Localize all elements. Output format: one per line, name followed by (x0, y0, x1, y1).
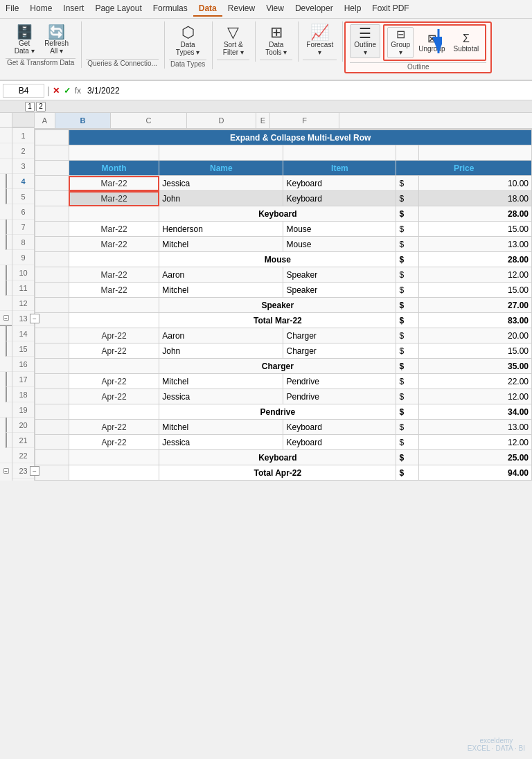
cell-a12[interactable] (35, 298, 69, 313)
cell-f20[interactable]: 13.00 (419, 420, 532, 435)
cell-f17[interactable]: 22.00 (419, 374, 532, 389)
cell-c17[interactable]: Mitchel (159, 374, 283, 389)
insert-function-icon[interactable]: fx (75, 86, 81, 96)
cell-e12[interactable]: $ (396, 298, 419, 313)
cell-e20[interactable]: $ (396, 420, 419, 435)
cell-f6[interactable]: 28.00 (419, 206, 532, 222)
cell-b5[interactable]: Mar-22 (69, 191, 159, 206)
cell-a3[interactable] (35, 161, 69, 176)
col-header-e[interactable]: E (256, 113, 270, 128)
cell-d11[interactable]: Speaker (283, 283, 396, 298)
cell-c16[interactable]: Charger (159, 359, 396, 374)
cell-f19[interactable]: 34.00 (419, 404, 532, 420)
menu-help[interactable]: Help (339, 1, 367, 17)
menu-view[interactable]: View (260, 1, 290, 17)
cell-e10[interactable]: $ (396, 267, 419, 283)
get-data-button[interactable]: 🗄️ GetData ▾ (9, 23, 39, 57)
cell-c11[interactable]: Mitchel (159, 283, 283, 298)
menu-data[interactable]: Data (193, 1, 222, 17)
group-button[interactable]: ⊟ Group▾ (387, 27, 414, 58)
cell-f14[interactable]: 20.00 (419, 328, 532, 343)
refresh-all-button[interactable]: 🔄 RefreshAll ▾ (41, 23, 72, 57)
cell-c15[interactable]: John (159, 343, 283, 359)
cell-d18[interactable]: Pendrive (283, 389, 396, 404)
cell-a2[interactable] (35, 145, 69, 161)
ungroup-button[interactable]: ⊠ Ungroup (415, 27, 448, 58)
cell-a4[interactable] (35, 176, 69, 191)
cell-f15[interactable]: 15.00 (419, 343, 532, 359)
cell-e6[interactable]: $ (396, 206, 419, 222)
data-tools-button[interactable]: ⊞ DataTools ▾ (261, 23, 292, 58)
cell-a23[interactable] (35, 465, 69, 481)
cell-b13[interactable] (69, 313, 159, 328)
cell-e4[interactable]: $ (396, 176, 419, 191)
col-header-c[interactable]: C (111, 113, 187, 128)
cell-f8[interactable]: 13.00 (419, 237, 532, 252)
cell-d8[interactable]: Mouse (283, 237, 396, 252)
cell-e8[interactable]: $ (396, 237, 419, 252)
cell-c13[interactable]: Total Mar-22 (159, 313, 396, 328)
cell-b6[interactable] (69, 206, 159, 222)
cell-e14[interactable]: $ (396, 328, 419, 343)
cell-e17[interactable]: $ (396, 374, 419, 389)
cell-e18[interactable]: $ (396, 389, 419, 404)
header-item[interactable]: Item (283, 161, 396, 176)
cell-c5[interactable]: John (159, 191, 283, 206)
cell-a13[interactable] (35, 313, 69, 328)
cell-c8[interactable]: Mitchel (159, 237, 283, 252)
cell-e16[interactable]: $ (396, 359, 419, 374)
cell-a17[interactable] (35, 374, 69, 389)
cell-b17[interactable]: Apr-22 (69, 374, 159, 389)
cell-e19[interactable]: $ (396, 404, 419, 420)
cell-f4[interactable]: 10.00 (419, 176, 532, 191)
cell-b20[interactable]: Apr-22 (69, 420, 159, 435)
cell-c4[interactable]: Jessica (159, 176, 283, 191)
collapse-row23[interactable]: − (30, 466, 39, 476)
menu-page-layout[interactable]: Page Layout (89, 1, 147, 17)
outline-button[interactable]: ☰ Outline▾ (350, 24, 380, 58)
header-name[interactable]: Name (159, 161, 283, 176)
cell-a16[interactable] (35, 359, 69, 374)
cell-a19[interactable] (35, 404, 69, 420)
cell-b22[interactable] (69, 450, 159, 465)
menu-foxit[interactable]: Foxit PDF (366, 1, 414, 17)
cell-c23[interactable]: Total Apr-22 (159, 465, 396, 481)
cell-f7[interactable]: 15.00 (419, 222, 532, 237)
menu-formulas[interactable]: Formulas (148, 1, 193, 17)
cell-d4[interactable]: Keyboard (283, 176, 396, 191)
cell-c21[interactable]: Jessica (159, 435, 283, 450)
cell-f2[interactable] (419, 145, 532, 161)
cell-b2[interactable] (69, 145, 159, 161)
cell-c2[interactable] (159, 145, 283, 161)
cell-b7[interactable]: Mar-22 (69, 222, 159, 237)
cell-b18[interactable]: Apr-22 (69, 389, 159, 404)
cell-f9[interactable]: 28.00 (419, 252, 532, 267)
menu-review[interactable]: Review (222, 1, 260, 17)
cell-a5[interactable] (35, 191, 69, 206)
confirm-formula-icon[interactable]: ✓ (64, 86, 71, 96)
header-month[interactable]: Month (69, 161, 159, 176)
cell-f10[interactable]: 12.00 (419, 267, 532, 283)
cell-c12[interactable]: Speaker (159, 298, 396, 313)
cell-f18[interactable]: 12.00 (419, 389, 532, 404)
col-header-a[interactable]: A (35, 113, 55, 128)
cell-a18[interactable] (35, 389, 69, 404)
cell-a22[interactable] (35, 450, 69, 465)
cell-b12[interactable] (69, 298, 159, 313)
cell-c9[interactable]: Mouse (159, 252, 396, 267)
cell-e23[interactable]: $ (396, 465, 419, 481)
cell-d15[interactable]: Charger (283, 343, 396, 359)
level-2-button[interactable]: 2 (36, 102, 46, 111)
cell-c14[interactable]: Aaron (159, 328, 283, 343)
cell-f11[interactable]: 15.00 (419, 283, 532, 298)
cell-e11[interactable]: $ (396, 283, 419, 298)
cell-b4[interactable]: Mar-22 (69, 176, 159, 191)
collapse-apr22[interactable]: − (3, 468, 9, 474)
cell-a10[interactable] (35, 267, 69, 283)
cell-a8[interactable] (35, 237, 69, 252)
menu-home[interactable]: Home (24, 1, 57, 17)
cell-e2[interactable] (396, 145, 419, 161)
cell-e7[interactable]: $ (396, 222, 419, 237)
cell-d5[interactable]: Keyboard (283, 191, 396, 206)
cell-b11[interactable]: Mar-22 (69, 283, 159, 298)
